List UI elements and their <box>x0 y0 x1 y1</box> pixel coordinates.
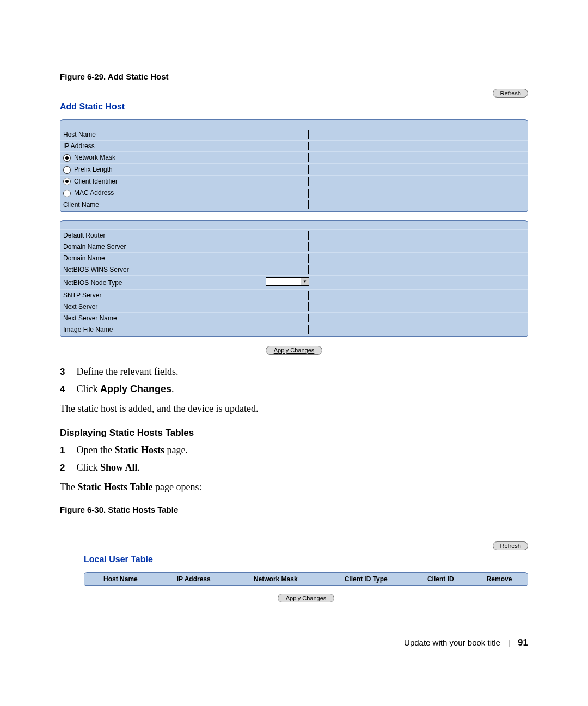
input-client-name[interactable] <box>308 200 309 209</box>
table-header-frame: Host Name IP Address Network Mask Client… <box>84 572 528 586</box>
input-prefix-length <box>308 165 309 174</box>
input-network-mask[interactable] <box>308 153 309 162</box>
refresh-button-1[interactable]: Refresh <box>493 89 528 98</box>
input-image-file-name[interactable] <box>308 325 309 334</box>
page-footer: Update with your book title | 91 <box>60 637 528 648</box>
step-b1-bold: Static Hosts <box>114 445 164 455</box>
footer-title: Update with your book title <box>404 638 500 647</box>
form-box-2: Default Router Domain Name Server Domain… <box>60 220 528 337</box>
input-ip-address[interactable] <box>308 142 309 150</box>
input-domain-name[interactable] <box>308 254 309 263</box>
panel-title-add-static-host: Add Static Host <box>60 102 528 112</box>
col-client-id-type[interactable]: Client ID Type <box>321 573 411 585</box>
label-network-mask: Network Mask <box>74 154 115 161</box>
step-3-text: Define the relevant fields. <box>77 366 179 377</box>
input-default-router[interactable] <box>308 231 309 240</box>
figure-caption-1: Figure 6-29. Add Static Host <box>60 72 528 81</box>
label-dns: Domain Name Server <box>60 241 230 253</box>
label-image-file-name: Image File Name <box>60 324 230 336</box>
radio-mac-address[interactable] <box>63 190 71 197</box>
label-client-name: Client Name <box>60 199 230 211</box>
result-b-pre: The <box>60 482 77 492</box>
label-prefix-length: Prefix Length <box>74 166 113 173</box>
label-default-router: Default Router <box>60 230 230 241</box>
label-client-identifier: Client Identifier <box>74 178 118 185</box>
label-netbios-wins: NetBIOS WINS Server <box>60 264 230 276</box>
input-client-identifier[interactable] <box>308 177 309 186</box>
step-4-text-pre: Click <box>77 384 101 394</box>
step-b2-bold: Show All <box>100 462 138 473</box>
input-netbios-wins[interactable] <box>308 265 309 274</box>
radio-prefix-length[interactable] <box>63 166 71 174</box>
col-ip-address[interactable]: IP Address <box>157 573 230 585</box>
input-host-name[interactable] <box>308 130 309 139</box>
label-domain-name: Domain Name <box>60 253 230 264</box>
label-next-server: Next Server <box>60 301 230 313</box>
input-next-server-name[interactable] <box>308 314 309 322</box>
panel-title-local-user-table: Local User Table <box>84 555 528 564</box>
apply-changes-button-1[interactable]: Apply Changes <box>266 346 323 355</box>
col-remove[interactable]: Remove <box>470 573 528 585</box>
radio-client-identifier[interactable] <box>63 178 71 185</box>
figure-caption-2: Figure 6-30. Static Hosts Table <box>60 505 528 514</box>
input-next-server[interactable] <box>308 302 309 311</box>
step-4-text-bold: Apply Changes <box>100 384 171 394</box>
step-number-3: 3 <box>60 365 74 379</box>
result-a-text: The static host is added, and the device… <box>60 401 528 417</box>
result-b-post: page opens: <box>153 482 202 492</box>
step-4-text-post: . <box>171 384 174 394</box>
footer-page-number: 91 <box>518 637 528 648</box>
apply-changes-button-2[interactable]: Apply Changes <box>278 594 335 602</box>
col-host-name[interactable]: Host Name <box>84 573 157 585</box>
form-box-1: Host Name IP Address Network Mask Prefix… <box>60 119 528 212</box>
radio-network-mask[interactable] <box>63 154 71 162</box>
step-number-2: 2 <box>60 461 74 475</box>
step-number-1: 1 <box>60 443 74 458</box>
section-heading-1: Displaying Static Hosts Tables <box>60 428 528 439</box>
step-b2-pre: Click <box>77 462 101 473</box>
input-dns[interactable] <box>308 242 309 251</box>
select-netbios-node-type[interactable] <box>266 277 309 286</box>
step-b1-pre: Open the <box>77 445 115 455</box>
label-netbios-node-type: NetBIOS Node Type <box>60 276 230 290</box>
label-host-name: Host Name <box>60 129 230 141</box>
refresh-button-2[interactable]: Refresh <box>493 541 528 550</box>
label-sntp: SNTP Server <box>60 290 230 301</box>
col-client-id[interactable]: Client ID <box>411 573 470 585</box>
step-number-4: 4 <box>60 382 74 397</box>
label-ip-address: IP Address <box>60 141 230 152</box>
label-mac-address: MAC Address <box>74 189 114 197</box>
footer-separator: | <box>508 638 510 647</box>
col-network-mask[interactable]: Network Mask <box>230 573 321 585</box>
label-next-server-name: Next Server Name <box>60 313 230 324</box>
step-b1-post: page. <box>164 445 188 455</box>
input-mac-address <box>308 189 309 198</box>
input-sntp[interactable] <box>308 291 309 300</box>
step-b2-post: . <box>138 462 140 473</box>
result-b-bold: Static Hosts Table <box>77 482 152 492</box>
